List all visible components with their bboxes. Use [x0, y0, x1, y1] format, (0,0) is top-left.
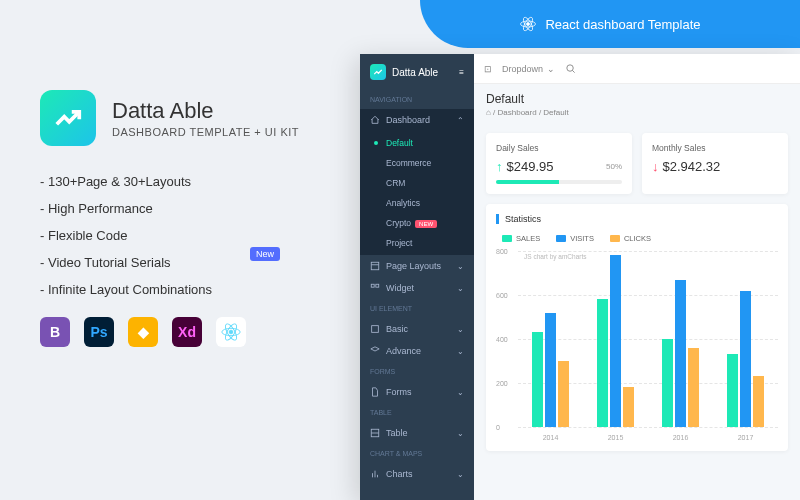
bar[interactable]	[623, 387, 634, 427]
bar-group	[723, 291, 768, 427]
chevron-down-icon: ⌄	[457, 262, 464, 271]
y-tick: 800	[496, 248, 508, 255]
card-title: Monthly Sales	[652, 143, 778, 153]
promo-panel: Datta Able DASHBOARD TEMPLATE + UI KIT -…	[40, 90, 340, 347]
bar[interactable]	[675, 280, 686, 427]
legend-sales[interactable]: SALES	[502, 234, 540, 243]
tech-icons: B Ps ◆ Xd	[40, 317, 340, 347]
card-monthly-sales: Monthly Sales ↓$2.942.32	[642, 133, 788, 194]
sub-crypto[interactable]: CryptoNEW	[360, 213, 474, 233]
sub-crm[interactable]: CRM	[360, 173, 474, 193]
bar[interactable]	[688, 348, 699, 427]
svg-point-19	[567, 65, 573, 71]
page-header: Default ⌂ / Dashboard / Default	[474, 84, 800, 125]
xd-icon: Xd	[172, 317, 202, 347]
svg-line-20	[572, 70, 574, 72]
card-title: Daily Sales	[496, 143, 622, 153]
dropdown[interactable]: Dropdown ⌄	[502, 64, 555, 74]
svg-rect-12	[372, 326, 379, 333]
feature-item: - Video Tutorial SerialsNew	[40, 255, 340, 270]
legend-visits[interactable]: VISITS	[556, 234, 594, 243]
nav-advance[interactable]: Advance⌄	[360, 340, 474, 362]
sidebar-brand: Datta Able	[392, 67, 438, 78]
bar[interactable]	[532, 332, 543, 427]
nav-label: Charts	[386, 469, 413, 479]
bar[interactable]	[753, 376, 764, 427]
feature-list: - 130+Page & 30+Layouts - High Performan…	[40, 174, 340, 297]
bootstrap-icon: B	[40, 317, 70, 347]
svg-point-0	[527, 23, 530, 26]
section-navigation: NAVIGATION	[360, 90, 474, 109]
dropdown-label: Dropdown	[502, 64, 543, 74]
statistics-panel: Statistics SALES VISITS CLICKS JS chart …	[486, 204, 788, 451]
bar-group	[593, 255, 638, 427]
chevron-down-icon: ⌄	[547, 64, 555, 74]
crumb-current: Default	[543, 108, 568, 117]
sub-default[interactable]: Default	[360, 133, 474, 153]
bar-chart: JS chart by amCharts 0200400600800201420…	[496, 251, 778, 441]
main-content: ⊡ Dropdown ⌄ Default ⌂ / Dashboard / Def…	[474, 54, 800, 500]
sub-analytics[interactable]: Analytics	[360, 193, 474, 213]
x-tick: 2015	[608, 434, 624, 441]
nav-page-layouts[interactable]: Page Layouts⌄	[360, 255, 474, 277]
feature-item: - High Performance	[40, 201, 340, 216]
home-icon	[370, 115, 380, 125]
bar[interactable]	[597, 299, 608, 427]
breadcrumb: ⌂ / Dashboard / Default	[486, 108, 788, 117]
card-value: $249.95	[507, 159, 554, 174]
section-ui: UI ELEMENT	[360, 299, 474, 318]
bar[interactable]	[558, 361, 569, 427]
nav-label: Page Layouts	[386, 261, 441, 271]
chart-legend: SALES VISITS CLICKS	[496, 234, 778, 243]
react-icon	[519, 15, 537, 33]
legend-clicks[interactable]: CLICKS	[610, 234, 651, 243]
nav-widget[interactable]: Widget⌄	[360, 277, 474, 299]
chart-icon	[370, 469, 380, 479]
y-tick: 400	[496, 336, 508, 343]
svg-marker-13	[371, 347, 379, 351]
x-tick: 2016	[673, 434, 689, 441]
nav-table[interactable]: Table⌄	[360, 422, 474, 444]
brand-logo	[40, 90, 96, 146]
chevron-down-icon: ⌄	[457, 347, 464, 356]
card-value: $2.942.32	[663, 159, 721, 174]
feature-item: - Infinite Layout Combinations	[40, 282, 340, 297]
nav-label: Advance	[386, 346, 421, 356]
bar[interactable]	[727, 354, 738, 427]
collapse-icon[interactable]: ⊡	[484, 64, 492, 74]
chevron-down-icon: ⌄	[457, 470, 464, 479]
sketch-icon: ◆	[128, 317, 158, 347]
sub-label: Crypto	[386, 218, 411, 228]
sidebar-logo-icon	[370, 64, 386, 80]
arrow-down-icon: ↓	[652, 159, 659, 174]
section-charts: CHART & MAPS	[360, 444, 474, 463]
sub-ecommerce[interactable]: Ecommerce	[360, 153, 474, 173]
menu-icon[interactable]: ≡	[459, 68, 464, 77]
feature-item: - 130+Page & 30+Layouts	[40, 174, 340, 189]
brand-title: Datta Able	[112, 98, 299, 124]
nav-dashboard[interactable]: Dashboard⌃	[360, 109, 474, 131]
crumb-link[interactable]: Dashboard	[498, 108, 537, 117]
feature-item: - Flexible Code	[40, 228, 340, 243]
sub-project[interactable]: Project	[360, 233, 474, 253]
new-badge: New	[250, 247, 280, 261]
section-forms: FORMS	[360, 362, 474, 381]
bar[interactable]	[545, 313, 556, 427]
svg-rect-8	[371, 262, 379, 270]
crumb-home-icon[interactable]: ⌂	[486, 108, 491, 117]
y-tick: 0	[496, 424, 500, 431]
nav-basic[interactable]: Basic⌄	[360, 318, 474, 340]
search-icon[interactable]	[565, 63, 576, 74]
bar[interactable]	[610, 255, 621, 427]
bar[interactable]	[662, 339, 673, 427]
progress-bar	[496, 180, 622, 184]
nav-charts[interactable]: Charts⌄	[360, 463, 474, 485]
nav-label: Dashboard	[386, 115, 430, 125]
bar[interactable]	[740, 291, 751, 427]
section-table: TABLE	[360, 403, 474, 422]
nav-forms[interactable]: Forms⌄	[360, 381, 474, 403]
layers-icon	[370, 346, 380, 356]
top-banner: React dashboard Template	[420, 0, 800, 48]
table-icon	[370, 428, 380, 438]
legend-label: CLICKS	[624, 234, 651, 243]
